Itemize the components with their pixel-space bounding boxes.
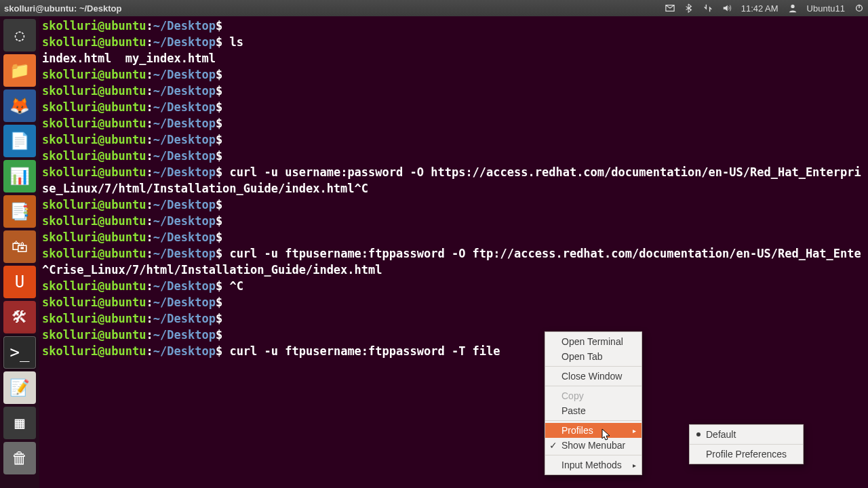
menu-item-close-window[interactable]: Close Window — [545, 369, 642, 384]
launcher-ubuntuone[interactable]: U — [3, 266, 36, 298]
menu-item-copy: Copy — [545, 388, 642, 403]
launcher-text-editor[interactable]: 📝 — [3, 371, 36, 404]
mouse-cursor — [601, 428, 611, 442]
menu-item-default[interactable]: Default — [690, 427, 803, 442]
network-icon[interactable] — [703, 3, 713, 13]
unity-launcher: ◌📁🦊📄📊📑🛍U🛠>_📝▦🗑 — [0, 16, 39, 488]
launcher-settings[interactable]: 🛠 — [3, 301, 36, 333]
bluetooth-icon[interactable] — [684, 3, 694, 13]
volume-icon[interactable] — [722, 3, 732, 13]
menu-item-open-terminal[interactable]: Open Terminal — [545, 334, 642, 349]
menu-item-open-tab[interactable]: Open Tab — [545, 349, 642, 364]
launcher-software-center[interactable]: 🛍 — [3, 230, 36, 263]
top-menubar: skolluri@ubuntu: ~/Desktop 11:42 AM Ubun… — [0, 0, 868, 16]
launcher-impress[interactable]: 📑 — [3, 195, 36, 228]
launcher-files[interactable]: 📁 — [3, 54, 36, 87]
launcher-calc[interactable]: 📊 — [3, 160, 36, 192]
profiles-submenu: DefaultProfile Preferences — [689, 424, 804, 464]
svg-point-0 — [791, 5, 794, 8]
username[interactable]: Ubuntu11 — [807, 3, 845, 14]
menu-item-profiles[interactable]: Profiles▸ — [545, 423, 642, 438]
launcher-dash[interactable]: ◌ — [3, 19, 36, 52]
mail-icon[interactable] — [665, 3, 675, 13]
clock[interactable]: 11:42 AM — [741, 3, 778, 14]
user-icon[interactable] — [788, 3, 797, 13]
terminal-output[interactable]: skolluri@ubuntu:~/Desktop$ skolluri@ubun… — [39, 16, 868, 488]
menu-item-paste[interactable]: Paste — [545, 403, 642, 418]
window-title: skolluri@ubuntu: ~/Desktop — [4, 3, 121, 14]
power-icon[interactable] — [854, 3, 864, 13]
launcher-workspace[interactable]: ▦ — [3, 407, 36, 439]
menu-item-input-methods[interactable]: Input Methods▸ — [545, 458, 642, 472]
menu-item-profile-preferences[interactable]: Profile Preferences — [690, 447, 803, 462]
launcher-trash[interactable]: 🗑 — [3, 442, 36, 474]
menu-item-show-menubar[interactable]: Show Menubar✓ — [545, 438, 642, 453]
launcher-writer[interactable]: 📄 — [3, 125, 36, 157]
launcher-firefox[interactable]: 🦊 — [3, 89, 36, 122]
terminal-context-menu: Open TerminalOpen TabClose WindowCopyPas… — [545, 331, 642, 475]
launcher-terminal[interactable]: >_ — [3, 336, 36, 369]
